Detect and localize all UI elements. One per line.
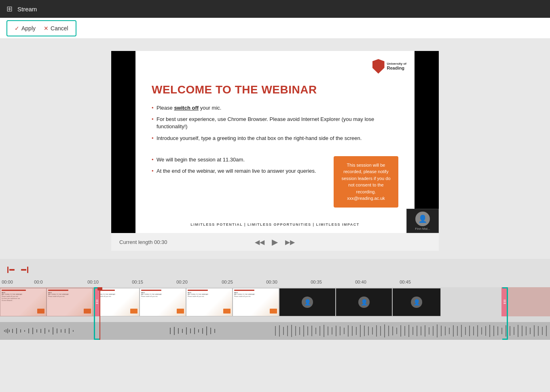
slide-bullets-bottom: We will begin the session at 11.30am. At…: [152, 156, 326, 179]
svg-rect-70: [408, 325, 409, 337]
video-person-icon-2: 👤: [358, 297, 370, 308]
video-slide: University of Reading WELCOME TO THE WEB…: [111, 51, 439, 233]
svg-rect-79: [445, 326, 446, 335]
playhead-handle: [97, 287, 102, 290]
cancel-button[interactable]: ✕ Cancel: [40, 23, 72, 33]
svg-rect-65: [388, 326, 389, 336]
waveform-area: [0, 322, 550, 340]
bullet-2: For best user experience, use Chrome Bro…: [152, 116, 398, 130]
svg-rect-9: [12, 329, 13, 333]
play-icon: ▶: [272, 237, 278, 247]
svg-rect-71: [412, 327, 413, 335]
step-back-button[interactable]: ◀◀: [255, 238, 264, 246]
video-controls: Current length 00:30 ◀◀ ▶ ▶▶: [111, 233, 439, 251]
toolbar: ✓ Apply ✕ Cancel: [0, 18, 550, 39]
svg-rect-99: [526, 326, 527, 335]
apply-label: Apply: [21, 25, 36, 32]
svg-rect-6: [6, 329, 6, 333]
bracket-right: [502, 287, 508, 340]
bracket-left: [94, 287, 99, 340]
toolbar-action-group: ✓ Apply ✕ Cancel: [6, 20, 76, 36]
svg-rect-0: [7, 267, 8, 273]
ruler-mark-9: 00:45: [400, 280, 411, 284]
waveform-svg: [0, 322, 550, 340]
ruler-mark-1: 00:0: [34, 280, 42, 284]
svg-rect-17: [44, 328, 45, 334]
svg-rect-48: [319, 326, 320, 336]
slide-orange-box: This session will be recorded, please no…: [334, 156, 398, 208]
svg-rect-85: [469, 326, 470, 336]
svg-rect-1: [9, 269, 15, 271]
trim-left-button[interactable]: [6, 265, 15, 276]
svg-rect-31: [194, 328, 195, 334]
svg-rect-68: [400, 325, 401, 337]
svg-rect-34: [206, 326, 207, 335]
svg-rect-81: [453, 325, 454, 337]
step-forward-icon: ▶▶: [285, 238, 295, 246]
svg-rect-80: [449, 328, 450, 334]
thumb-8: 👤: [392, 288, 441, 316]
trim-right-button[interactable]: [20, 265, 29, 276]
svg-rect-50: [328, 326, 328, 335]
thumb-4: MER. AM I GOING TO THE WEBINARPlease swi…: [186, 288, 233, 316]
switch-off-text: switch off: [174, 105, 199, 111]
selection-overlay-right: [502, 287, 550, 316]
svg-rect-36: [214, 329, 215, 333]
thumb-3: MER. AM I GOING TO THE WEBINARPlease swi…: [140, 288, 186, 316]
svg-rect-33: [202, 328, 203, 334]
svg-rect-26: [174, 327, 175, 335]
svg-rect-95: [510, 326, 510, 336]
svg-rect-97: [518, 325, 518, 337]
apply-button[interactable]: ✓ Apply: [11, 23, 39, 33]
ruler-mark-4: 00:20: [176, 280, 188, 284]
svg-rect-59: [364, 326, 365, 336]
svg-rect-24: [73, 330, 74, 332]
webcam-avatar: 👤: [415, 212, 430, 226]
svg-rect-30: [190, 328, 191, 333]
bullet-4: We will begin the session at 11.30am.: [152, 156, 326, 163]
step-forward-button[interactable]: ▶▶: [285, 238, 295, 246]
timeline-ruler: 00:00 00:0 00:10 00:15 00:20 00:25 00:30…: [0, 278, 550, 286]
step-back-icon: ◀◀: [255, 238, 264, 246]
svg-rect-10: [16, 328, 17, 334]
playhead[interactable]: [99, 287, 100, 340]
play-button[interactable]: ▶: [272, 237, 278, 247]
svg-rect-60: [368, 326, 369, 335]
svg-rect-28: [182, 329, 183, 333]
svg-rect-72: [417, 326, 417, 336]
svg-rect-20: [57, 328, 57, 333]
svg-rect-13: [28, 328, 29, 333]
svg-rect-5: [4, 330, 5, 332]
ruler-mark-6: 00:30: [266, 280, 277, 284]
svg-rect-47: [315, 328, 316, 334]
current-length-value: 00:30: [154, 239, 167, 245]
svg-rect-91: [493, 326, 494, 336]
slide-footer: LIMITLESS POTENTIAL | LIMITLESS OPPORTUN…: [152, 222, 398, 227]
svg-rect-63: [380, 326, 381, 336]
grid-icon[interactable]: ⊞: [6, 4, 13, 13]
svg-rect-76: [433, 326, 434, 336]
bullet-5: At the end of the webinar, we will remai…: [152, 167, 326, 175]
bullet-1: Please switch off your mic.: [152, 104, 398, 112]
svg-rect-96: [514, 327, 514, 335]
video-length: Current length 00:30: [119, 239, 167, 245]
svg-rect-57: [356, 327, 357, 335]
svg-rect-55: [348, 325, 349, 337]
timeline-toolbar: [0, 264, 550, 278]
svg-rect-11: [20, 329, 21, 333]
ruler-mark-2: 00:10: [87, 280, 99, 284]
selection-overlay-left: [0, 287, 94, 316]
svg-rect-29: [186, 327, 187, 335]
logo-uni: University of: [387, 62, 406, 66]
svg-rect-98: [522, 326, 522, 336]
svg-rect-73: [421, 326, 421, 335]
svg-rect-103: [542, 327, 543, 335]
svg-rect-3: [21, 269, 26, 271]
slide-bullets-top: Please switch off your mic. For best use…: [152, 104, 398, 146]
thumb-5: MER. AM I GOING TO THE WEBINARPlease swi…: [233, 288, 279, 316]
trim-left-icon: [6, 265, 15, 274]
ruler-mark-8: 00:40: [355, 280, 366, 284]
svg-rect-82: [457, 326, 458, 336]
timeline-track-area[interactable]: MER. AM I GOING TO THE WEBINARPlease swi…: [0, 287, 550, 340]
svg-rect-87: [477, 325, 478, 337]
